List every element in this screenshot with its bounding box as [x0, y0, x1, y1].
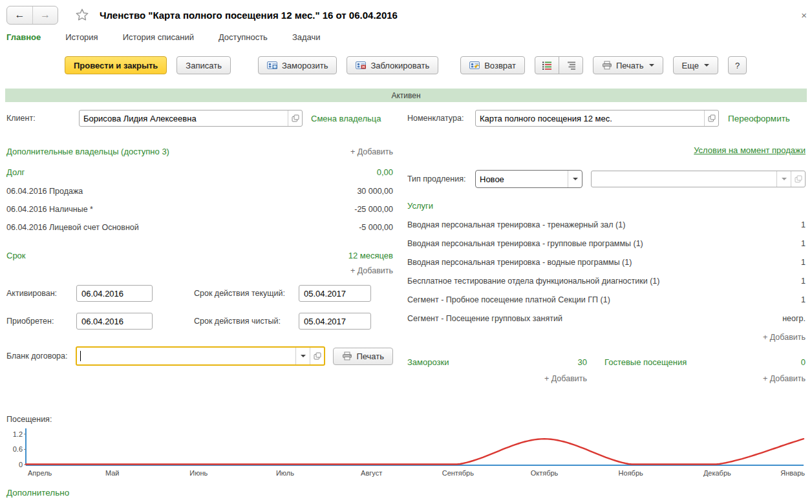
hierarchy-view-button[interactable] [559, 56, 583, 74]
nav-history-group: ← → [6, 6, 58, 25]
service-qty: 1 [801, 220, 806, 229]
guest-visits-block: Гостевые посещения 0 [604, 357, 806, 367]
sale-terms-link[interactable]: Условия на момент продажи [694, 145, 806, 155]
activated-date-input[interactable] [76, 285, 153, 302]
tab-glavnoe[interactable]: Главное [6, 32, 41, 42]
purchased-date-input[interactable] [76, 313, 153, 330]
nomenclature-row: Номенклатура: Переоформить [407, 110, 806, 127]
printer-icon [342, 352, 352, 361]
sale-terms-row: Условия на момент продажи [407, 145, 806, 155]
service-name: Бесплатное тестирование отдела функциона… [407, 277, 659, 286]
renewal-type-input[interactable] [476, 171, 568, 187]
colored-list-view-button[interactable] [535, 56, 559, 74]
debt-row: 06.04.2016 Наличные * -25 000,00 [6, 200, 393, 218]
tab-zadachi[interactable]: Задачи [292, 32, 321, 42]
renewal-secondary-choose-button[interactable] [791, 171, 805, 187]
chart-title: Посещения: [6, 415, 806, 424]
freeze-button-label: Заморозить [282, 61, 328, 70]
freezes-header[interactable]: Заморозки [407, 357, 449, 367]
more-button[interactable]: Еще [673, 56, 718, 74]
tab-istoriya-spisaniy[interactable]: История списаний [123, 32, 194, 42]
freezes-block: Заморозки 30 [407, 357, 587, 367]
service-row: Сегмент - Пробное посещение платной Секц… [407, 290, 806, 309]
additional-owners-header[interactable]: Дополнительные владельцы (доступно 3) [6, 147, 169, 156]
print-menu-label: Печать [616, 61, 644, 70]
chart-month-label: Апрель [28, 469, 52, 477]
service-name: Сегмент - Посещение групповых занятий [407, 314, 562, 323]
hierarchy-list-icon [566, 61, 576, 70]
term-net-date-input[interactable] [299, 313, 371, 330]
client-input[interactable] [80, 110, 288, 126]
service-name: Вводная персональная тренировка - водные… [407, 258, 632, 267]
debt-row: 06.04.2016 Лицевой счет Основной -5 000,… [6, 218, 393, 236]
membership-card-block-icon [356, 61, 367, 70]
post-and-close-button[interactable]: Провести и закрыть [65, 56, 167, 74]
contract-choose-button[interactable] [310, 348, 324, 364]
renewal-secondary-dropdown-button[interactable] [776, 171, 791, 187]
term-header[interactable]: Срок [6, 251, 26, 260]
add-freeze-link[interactable]: + Добавить [544, 374, 587, 383]
chart-month-label: Ноябрь [619, 469, 643, 477]
save-button[interactable]: Записать [176, 56, 231, 74]
nomenclature-input[interactable] [476, 110, 704, 126]
debt-row-label: 06.04.2016 Наличные * [6, 205, 93, 214]
guest-visits-header[interactable]: Гостевые посещения [604, 357, 687, 367]
close-icon[interactable]: × [801, 10, 807, 20]
add-term-link[interactable]: + Добавить [350, 266, 393, 275]
reissue-link[interactable]: Переоформить [728, 114, 790, 123]
view-toggle-group [535, 56, 583, 74]
page-title: Членство "Карта полного посещения 12 мес… [100, 10, 398, 21]
debt-row-label: 06.04.2016 Лицевой счет Основной [6, 223, 139, 232]
back-button[interactable]: ← [7, 6, 32, 24]
status-badge: Активен [391, 91, 420, 100]
tab-dostupnost[interactable]: Доступность [219, 32, 268, 42]
additional-header[interactable]: Дополнительно [6, 488, 69, 498]
service-qty: 1 [801, 277, 806, 286]
term-current-date-input[interactable] [299, 285, 371, 302]
service-qty: 1 [801, 239, 806, 248]
membership-form-window: ← → Членство "Карта полного посещения 12… [0, 0, 812, 504]
freezes-guest-add-row: + Добавить + Добавить [407, 374, 806, 383]
chart-ytick-label: 0.6 [13, 445, 23, 453]
debt-rows: 06.04.2016 Продажа 30 000,00 06.04.2016 … [6, 182, 393, 236]
renewal-secondary-combo [591, 171, 806, 187]
additional-section: Дополнительно [6, 488, 69, 498]
chart-month-label: Январь [780, 469, 805, 477]
debt-row-label: 06.04.2016 Продажа [6, 187, 83, 196]
block-button[interactable]: Заблокировать [347, 56, 438, 74]
renewal-secondary-input[interactable] [592, 171, 776, 187]
title-bar: ← → Членство "Карта полного посещения 12… [6, 5, 807, 25]
term-add-row: + Добавить [6, 266, 393, 275]
chart-month-label: Октябрь [531, 469, 559, 477]
refund-button[interactable]: Возврат [460, 56, 525, 74]
add-owner-link[interactable]: + Добавить [350, 147, 393, 156]
change-owner-link[interactable]: Смена владельца [311, 114, 381, 123]
client-row: Клиент: Смена владельца [6, 110, 393, 127]
contract-print-button[interactable]: Печать [333, 348, 393, 365]
tab-istoriya[interactable]: История [65, 32, 98, 42]
services-header[interactable]: Услуги [407, 201, 806, 211]
contract-dropdown-button[interactable] [295, 348, 310, 364]
nomenclature-label: Номенклатура: [407, 114, 475, 123]
service-row: Вводная персональная тренировка - группо… [407, 234, 806, 253]
favorite-star-icon[interactable] [74, 6, 91, 23]
client-label: Клиент: [6, 114, 79, 123]
renewal-dropdown-button[interactable] [568, 171, 582, 187]
membership-card-freeze-icon [267, 61, 278, 70]
freeze-button[interactable]: Заморозить [258, 56, 337, 74]
help-button[interactable]: ? [728, 56, 747, 74]
services-add-row: + Добавить [407, 333, 806, 342]
client-choose-button[interactable] [288, 110, 302, 126]
renewal-type-label: Тип продления: [407, 174, 475, 184]
nomenclature-choose-button[interactable] [704, 110, 718, 126]
forward-button[interactable]: → [32, 6, 58, 24]
add-service-link[interactable]: + Добавить [763, 333, 806, 342]
term-current-label: Срок действия текущий: [194, 289, 299, 298]
debt-header[interactable]: Долг [6, 167, 25, 177]
contract-input[interactable] [81, 348, 296, 364]
visits-line-chart: 00.61.2АпрельМайИюньИюльАвгустСентябрьОк… [6, 425, 806, 485]
print-menu-button[interactable]: Печать [593, 56, 663, 74]
add-guest-visit-link[interactable]: + Добавить [763, 374, 806, 383]
service-name: Сегмент - Пробное посещение платной Секц… [407, 295, 610, 304]
debt-row: 06.04.2016 Продажа 30 000,00 [6, 182, 393, 200]
